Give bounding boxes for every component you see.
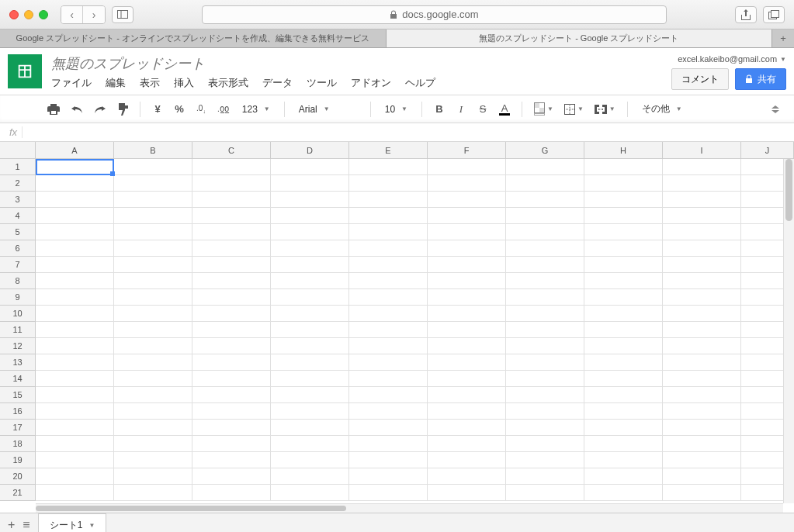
cell-F14[interactable] (428, 371, 506, 387)
cell-I14[interactable] (663, 371, 741, 387)
borders-button[interactable]: ▼ (560, 99, 588, 119)
decrease-decimal-button[interactable]: .0↓ (192, 99, 210, 119)
cell-I18[interactable] (663, 436, 741, 452)
menu-file[interactable]: ファイル (51, 76, 92, 90)
cell-G10[interactable] (506, 306, 584, 322)
cell-I17[interactable] (663, 420, 741, 436)
row-header-15[interactable]: 15 (0, 387, 36, 403)
cell-C20[interactable] (192, 468, 271, 485)
cell-D16[interactable] (271, 403, 349, 420)
menu-tools[interactable]: ツール (307, 76, 337, 90)
row-header-14[interactable]: 14 (0, 371, 36, 387)
cell-E7[interactable] (349, 257, 428, 273)
cell-E17[interactable] (349, 420, 428, 436)
cell-H3[interactable] (584, 192, 663, 208)
cell-H10[interactable] (584, 306, 663, 322)
cell-F8[interactable] (428, 273, 506, 289)
maximize-window-icon[interactable] (39, 10, 48, 19)
cell-F5[interactable] (428, 224, 506, 240)
cell-C10[interactable] (192, 306, 271, 322)
text-color-button[interactable]: A (495, 99, 514, 119)
cell-B15[interactable] (114, 387, 192, 403)
row-header-2[interactable]: 2 (0, 175, 36, 192)
cell-F16[interactable] (428, 403, 506, 420)
cell-F6[interactable] (428, 240, 506, 257)
cell-H5[interactable] (584, 224, 663, 240)
currency-button[interactable]: ¥ (148, 99, 167, 119)
cell-G2[interactable] (506, 175, 584, 192)
cell-C16[interactable] (192, 403, 271, 420)
cell-A5[interactable] (36, 224, 114, 240)
cell-E16[interactable] (349, 403, 428, 420)
cell-G16[interactable] (506, 403, 584, 420)
cell-I5[interactable] (663, 224, 741, 240)
cell-C18[interactable] (192, 436, 271, 452)
cell-H4[interactable] (584, 208, 663, 224)
column-header-E[interactable]: E (349, 142, 428, 158)
cell-A2[interactable] (36, 175, 114, 192)
cell-E1[interactable] (349, 159, 428, 175)
cell-D8[interactable] (271, 273, 349, 289)
cell-B8[interactable] (114, 273, 192, 289)
menu-addons[interactable]: アドオン (351, 76, 391, 90)
cell-D2[interactable] (271, 175, 349, 192)
minimize-window-icon[interactable] (24, 10, 33, 19)
row-header-7[interactable]: 7 (0, 257, 36, 273)
cell-I9[interactable] (663, 289, 741, 306)
cell-G11[interactable] (506, 322, 584, 338)
cell-E9[interactable] (349, 289, 428, 306)
cell-G14[interactable] (506, 371, 584, 387)
column-header-F[interactable]: F (428, 142, 506, 158)
cell-F18[interactable] (428, 436, 506, 452)
cell-G17[interactable] (506, 420, 584, 436)
cell-E10[interactable] (349, 306, 428, 322)
cell-A17[interactable] (36, 420, 114, 436)
cell-H9[interactable] (584, 289, 663, 306)
cell-A9[interactable] (36, 289, 114, 306)
cell-D6[interactable] (271, 240, 349, 257)
cell-C9[interactable] (192, 289, 271, 306)
cell-F20[interactable] (428, 468, 506, 485)
cell-A12[interactable] (36, 338, 114, 354)
cell-D15[interactable] (271, 387, 349, 403)
undo-icon[interactable] (67, 99, 87, 119)
merge-cells-button[interactable]: ▼ (591, 99, 619, 119)
cell-I1[interactable] (663, 159, 741, 175)
cell-C11[interactable] (192, 322, 271, 338)
cell-A14[interactable] (36, 371, 114, 387)
address-bar[interactable]: docs.google.com (202, 5, 667, 24)
row-header-20[interactable]: 20 (0, 468, 36, 485)
percent-button[interactable]: % (170, 99, 189, 119)
italic-button[interactable]: I (452, 99, 470, 119)
fill-color-button[interactable]: ▼ (530, 99, 557, 119)
row-header-12[interactable]: 12 (0, 338, 36, 354)
cell-C4[interactable] (192, 208, 271, 224)
cell-C12[interactable] (192, 338, 271, 354)
cell-G5[interactable] (506, 224, 584, 240)
add-sheet-button[interactable]: + (8, 518, 15, 532)
cell-B7[interactable] (114, 257, 192, 273)
cell-D12[interactable] (271, 338, 349, 354)
column-header-H[interactable]: H (584, 142, 663, 158)
menu-view[interactable]: 表示 (140, 76, 160, 90)
cell-H18[interactable] (584, 436, 663, 452)
cell-D11[interactable] (271, 322, 349, 338)
close-window-icon[interactable] (9, 10, 19, 19)
cell-H11[interactable] (584, 322, 663, 338)
tabs-browser-icon[interactable] (763, 6, 785, 23)
new-tab-button[interactable]: + (772, 29, 794, 47)
cell-B11[interactable] (114, 322, 192, 338)
row-header-6[interactable]: 6 (0, 240, 36, 257)
row-header-3[interactable]: 3 (0, 192, 36, 208)
menu-help[interactable]: ヘルプ (405, 76, 435, 90)
cell-D7[interactable] (271, 257, 349, 273)
cell-B5[interactable] (114, 224, 192, 240)
cell-E3[interactable] (349, 192, 428, 208)
cell-E4[interactable] (349, 208, 428, 224)
row-header-16[interactable]: 16 (0, 403, 36, 420)
cell-D9[interactable] (271, 289, 349, 306)
print-icon[interactable] (43, 99, 64, 119)
redo-icon[interactable] (90, 99, 110, 119)
row-header-13[interactable]: 13 (0, 354, 36, 371)
cell-F10[interactable] (428, 306, 506, 322)
